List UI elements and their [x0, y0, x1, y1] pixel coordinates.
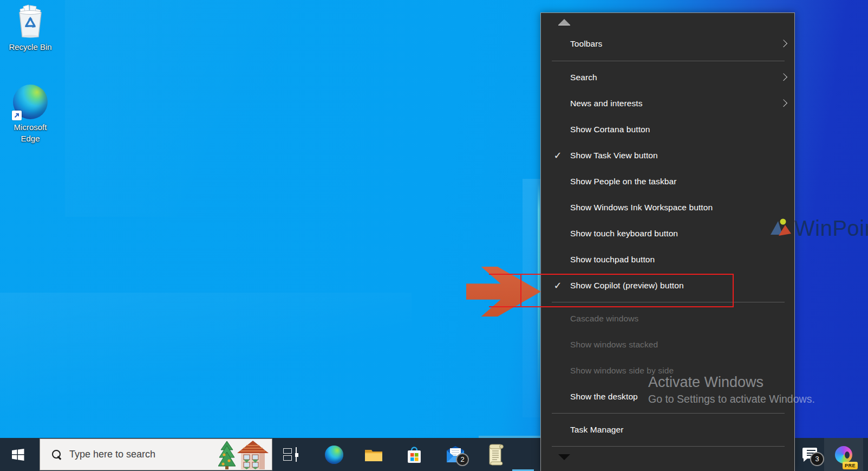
notification-badge: 3 [810, 452, 824, 466]
taskbar-search-box[interactable]: Type here to search [40, 438, 272, 470]
windows-logo-icon [11, 448, 24, 461]
desktop-icon-recycle-bin[interactable]: Recycle Bin [4, 4, 56, 53]
wallpaper-beam [0, 293, 412, 439]
menu-separator [552, 413, 785, 414]
annotation-highlight-line [489, 274, 520, 275]
mail-badge: 2 [456, 453, 469, 466]
file-explorer-button[interactable] [361, 438, 387, 471]
winpoin-logo-icon [768, 217, 793, 240]
menu-item-news-and-interests[interactable]: News and interests [541, 91, 794, 117]
microsoft-store-icon [406, 446, 422, 464]
menu-item-toolbars[interactable]: Toolbars [541, 30, 794, 57]
desktop-icon-label: Microsoft Edge [14, 121, 47, 144]
wallpaper-beam [65, 0, 390, 217]
menu-item-show-people-on-taskbar[interactable]: Show People on the taskbar [541, 169, 794, 195]
submenu-arrow-icon [780, 40, 787, 47]
scroll-app-button[interactable] [483, 438, 509, 471]
menu-item-cascade-windows: Cascade windows [541, 306, 794, 332]
submenu-arrow-icon [780, 99, 787, 107]
microsoft-store-button[interactable] [401, 438, 427, 471]
scroll-document-icon [488, 443, 504, 466]
scroll-up-icon [558, 19, 570, 25]
winpoin-watermark: WinPoin [768, 217, 868, 240]
menu-item-show-windows-stacked: Show windows stacked [541, 332, 794, 358]
edge-taskbar-button[interactable] [321, 438, 347, 471]
recycle-bin-icon [15, 4, 46, 39]
file-explorer-icon [364, 447, 383, 462]
mail-icon: 2 [446, 446, 465, 463]
activate-windows-watermark: Activate Windows Go to Settings to activ… [648, 374, 815, 405]
annotation-highlight-rectangle [520, 274, 734, 307]
winpoin-brand-text: WinPoin [794, 217, 868, 239]
submenu-arrow-icon [780, 73, 787, 81]
christmas-tree-icon [218, 440, 236, 469]
edge-icon [325, 446, 343, 464]
start-button[interactable] [0, 438, 36, 471]
menu-separator [552, 61, 785, 61]
edge-icon [13, 85, 48, 119]
windows-desktop: Recycle Bin Microsoft Edge Toolbars Sear… [0, 0, 868, 471]
scroll-down-icon [558, 454, 570, 460]
desktop-icon-label: Recycle Bin [9, 41, 51, 53]
notification-center-button[interactable]: 3 [798, 438, 823, 471]
task-view-icon [283, 447, 299, 462]
annotation-highlight-line [489, 306, 520, 307]
menu-separator [552, 446, 785, 447]
gingerbread-house-icon [237, 440, 269, 469]
mail-button[interactable]: 2 [442, 438, 468, 471]
copilot-preview-badge: PRE [843, 462, 858, 469]
task-view-button[interactable] [278, 438, 304, 471]
search-seasonal-art[interactable] [218, 440, 269, 469]
menu-item-search[interactable]: Search [541, 64, 794, 91]
menu-item-show-touch-keyboard-button[interactable]: Show touch keyboard button [541, 221, 794, 247]
copilot-button[interactable]: PRE [824, 438, 863, 471]
notification-icon: 3 [802, 448, 819, 462]
shortcut-arrow-icon [12, 111, 22, 120]
desktop-icon-microsoft-edge[interactable]: Microsoft Edge [4, 85, 56, 144]
copilot-icon [835, 446, 852, 463]
search-icon [51, 449, 62, 460]
menu-item-show-touchpad-button[interactable]: Show touchpad button [541, 247, 794, 273]
menu-item-show-cortana-button[interactable]: Show Cortana button [541, 117, 794, 143]
menu-item-task-manager[interactable]: Task Manager [541, 417, 794, 443]
search-input[interactable]: Type here to search [69, 449, 155, 460]
menu-item-show-task-view-button[interactable]: ✓ Show Task View button [541, 143, 794, 169]
menu-scroll-down[interactable] [541, 450, 794, 464]
menu-scroll-up[interactable] [541, 13, 794, 30]
menu-item-show-windows-ink-workspace-button[interactable]: Show Windows Ink Workspace button [541, 195, 794, 221]
checkmark-icon: ✓ [550, 150, 566, 162]
